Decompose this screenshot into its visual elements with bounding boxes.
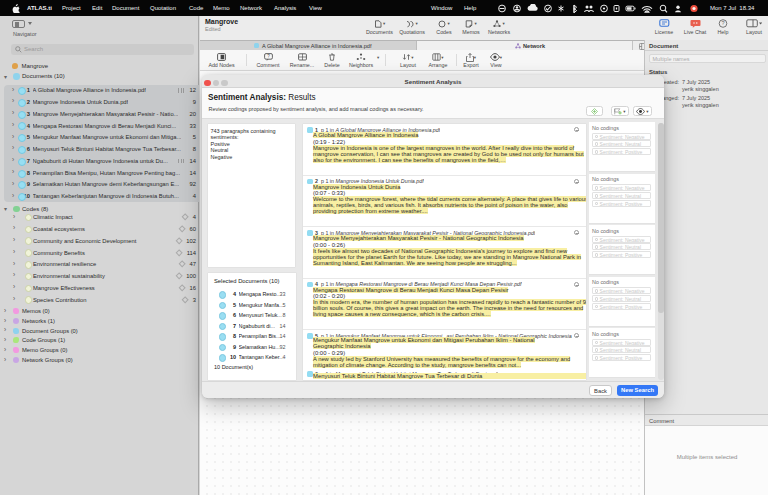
svg-text:?: ? <box>721 21 724 27</box>
svg-text:?: ? <box>267 54 270 59</box>
